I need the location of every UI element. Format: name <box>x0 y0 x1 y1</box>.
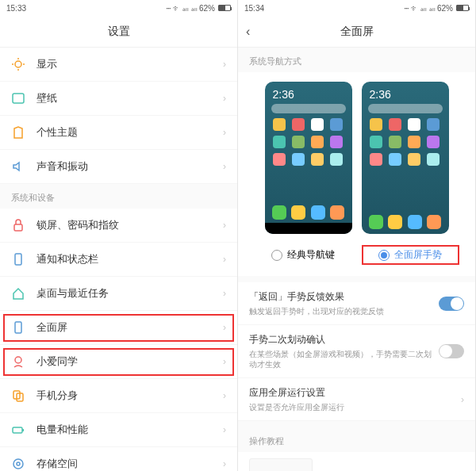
nav-previews: 2:36 2:36 <box>238 72 475 240</box>
radio-classic[interactable]: 经典导航键 <box>254 245 352 265</box>
row-theme[interactable]: 个性主题› <box>0 116 237 150</box>
svg-point-15 <box>17 462 20 465</box>
section-tutorial: 操作教程 <box>238 427 475 452</box>
storage-icon <box>11 457 25 471</box>
preview-time: 2:36 <box>365 85 446 102</box>
svg-rect-7 <box>15 254 21 265</box>
row-battery[interactable]: 电量和性能› <box>0 413 237 447</box>
chevron-right-icon: › <box>223 220 226 231</box>
home-icon <box>11 286 25 301</box>
section-nav-mode: 系统导航方式 <box>238 48 475 72</box>
speaker-icon <box>11 159 25 174</box>
svg-rect-12 <box>13 427 22 433</box>
chevron-right-icon: › <box>223 356 226 367</box>
chevron-right-icon: › <box>223 458 226 469</box>
row-wallpaper[interactable]: 壁纸› <box>0 82 237 116</box>
ai-icon <box>11 354 25 369</box>
svg-point-14 <box>13 459 23 469</box>
lock-icon <box>11 218 25 232</box>
status-time: 15:34 <box>244 4 264 13</box>
preview-gesture[interactable]: 2:36 <box>362 82 449 234</box>
chevron-right-icon: › <box>223 254 226 265</box>
status-bar: 15:34 ₐₗₗ ₐₗₗ 62% <box>238 0 475 16</box>
svg-rect-5 <box>13 94 24 103</box>
tutorial-item[interactable] <box>249 458 313 471</box>
svg-rect-6 <box>14 224 22 231</box>
chevron-right-icon: › <box>223 390 226 401</box>
row-back-feedback[interactable]: 「返回」手势反馈效果 触发返回手势时，出现对应的视觉反馈 <box>238 282 475 325</box>
phone-left: 15:33 ₐₗₗ ₐₗₗ 62% 设置 显示› 壁纸› 个性主题› 声音和振动… <box>0 0 238 471</box>
svg-point-9 <box>15 357 21 363</box>
nav-radio-group: 经典导航键 全面屏手势 <box>238 240 475 276</box>
svg-point-0 <box>15 61 21 67</box>
back-button[interactable]: ‹ <box>246 25 250 39</box>
chevron-right-icon: › <box>223 127 226 138</box>
page-header: 设置 <box>0 16 237 48</box>
section-system: 系统和设备 <box>0 184 237 209</box>
chevron-right-icon: › <box>223 161 226 172</box>
svg-rect-13 <box>22 429 24 431</box>
chevron-right-icon: › <box>223 322 226 333</box>
row-storage[interactable]: 存储空间› <box>0 447 237 471</box>
row-lockscreen[interactable]: 锁屏、密码和指纹› <box>0 209 237 243</box>
row-sound[interactable]: 声音和振动› <box>0 150 237 184</box>
row-secondspace[interactable]: 手机分身› <box>0 379 237 413</box>
preview-time: 2:36 <box>268 85 349 102</box>
fullscreen-icon <box>11 320 25 335</box>
row-app-fullscreen[interactable]: 应用全屏运行设置 设置是否允许应用全屏运行 › <box>238 378 475 421</box>
row-display[interactable]: 显示› <box>0 48 237 82</box>
svg-rect-8 <box>15 322 21 333</box>
row-xiaoai[interactable]: 小爱同学› <box>0 345 237 379</box>
toggle-swipe-confirm[interactable] <box>439 344 464 358</box>
page-title: 设置 <box>108 25 130 39</box>
row-notifications[interactable]: 通知和状态栏› <box>0 243 237 277</box>
status-time: 15:33 <box>6 4 26 13</box>
phone-icon <box>11 252 25 266</box>
preview-classic[interactable]: 2:36 <box>265 82 352 234</box>
chevron-right-icon: › <box>223 288 226 299</box>
toggle-back-feedback[interactable] <box>439 297 464 311</box>
radio-gesture[interactable]: 全面屏手势 <box>362 245 460 265</box>
row-swipe-confirm[interactable]: 手势二次划动确认 在某些场景（如全屏游戏和视频），手势需要二次划动才生效 <box>238 325 475 378</box>
image-icon <box>11 91 25 105</box>
row-home[interactable]: 桌面与最近任务› <box>0 277 237 311</box>
phone-right: 15:34 ₐₗₗ ₐₗₗ 62% ‹ 全面屏 系统导航方式 2:36 2:36… <box>238 0 476 471</box>
page-title: 全面屏 <box>340 25 374 39</box>
sun-icon <box>11 57 25 71</box>
shirt-icon <box>11 125 25 140</box>
row-fullscreen[interactable]: 全面屏› <box>0 311 237 345</box>
page-header: ‹ 全面屏 <box>238 16 475 48</box>
status-bar: 15:33 ₐₗₗ ₐₗₗ 62% <box>0 0 237 16</box>
chevron-right-icon: › <box>223 93 226 104</box>
chevron-right-icon: › <box>223 59 226 70</box>
chevron-right-icon: › <box>223 424 226 435</box>
battery-icon <box>11 423 25 437</box>
clone-icon <box>11 389 25 403</box>
chevron-right-icon: › <box>461 394 464 405</box>
